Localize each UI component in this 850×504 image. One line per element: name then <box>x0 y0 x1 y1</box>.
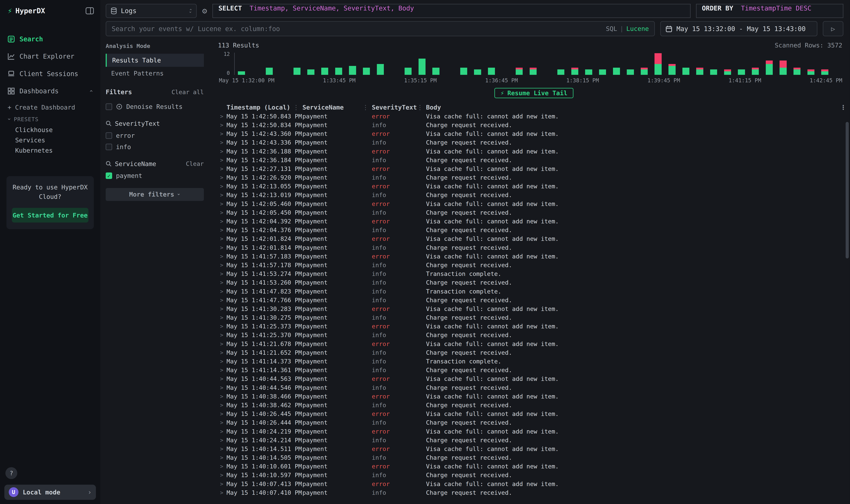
gear-icon[interactable]: ⚙ <box>202 6 207 16</box>
histogram-bar[interactable] <box>738 69 745 75</box>
row-expand-icon[interactable]: > <box>218 139 227 146</box>
row-expand-icon[interactable]: > <box>218 489 227 496</box>
table-row[interactable]: >May 15 1:40:14.511 PMpaymenterrorVisa c… <box>218 445 850 453</box>
local-mode-button[interactable]: U Local mode › <box>4 485 96 500</box>
row-expand-icon[interactable]: > <box>218 306 227 312</box>
table-row[interactable]: >May 15 1:41:25.370 PMpaymentinfoCharge … <box>218 331 850 339</box>
time-range-picker[interactable]: May 15 13:32:00 - May 15 13:43:00 <box>660 21 817 36</box>
table-row[interactable]: >May 15 1:42:01.824 PMpaymenterrorVisa c… <box>218 234 850 243</box>
error-checkbox[interactable] <box>106 132 112 139</box>
table-row[interactable]: >May 15 1:41:57.183 PMpaymenterrorVisa c… <box>218 252 850 261</box>
row-expand-icon[interactable]: > <box>218 393 227 399</box>
row-expand-icon[interactable]: > <box>218 192 227 198</box>
preset-item-clickhouse[interactable]: Clickhouse <box>8 125 93 135</box>
histogram-bar[interactable] <box>821 69 828 75</box>
preset-item-kubernetes[interactable]: Kubernetes <box>8 145 93 156</box>
histogram-bar[interactable] <box>238 71 245 75</box>
row-expand-icon[interactable]: > <box>218 349 227 356</box>
column-header-severitytext[interactable]: SeverityText⋮ <box>372 103 426 112</box>
table-row[interactable]: >May 15 1:40:07.410 PMpaymentinfoCharge … <box>218 488 850 497</box>
histogram-bar[interactable] <box>654 53 662 75</box>
histogram-bar[interactable] <box>668 64 675 75</box>
mode-event-patterns[interactable]: Event Patterns <box>106 67 204 80</box>
table-row[interactable]: >May 15 1:41:21.652 PMpaymentinfoCharge … <box>218 348 850 357</box>
row-expand-icon[interactable]: > <box>218 341 227 347</box>
resume-live-tail-button[interactable]: ⚡ Resume Live Tail <box>494 88 574 98</box>
payment-checkbox[interactable]: ✓ <box>106 173 112 179</box>
create-dashboard-button[interactable]: + Create Dashboard <box>8 101 93 114</box>
table-row[interactable]: >May 15 1:40:24.219 PMpaymenterrorVisa c… <box>218 427 850 436</box>
sidebar-item-client-sessions[interactable]: Client Sessions <box>0 65 100 82</box>
table-row[interactable]: >May 15 1:42:13.019 PMpaymentinfoCharge … <box>218 191 850 199</box>
chevron-up-icon[interactable]: › <box>87 89 94 93</box>
histogram-bar[interactable] <box>766 60 773 75</box>
row-expand-icon[interactable]: > <box>218 323 227 329</box>
histogram-bar[interactable] <box>752 68 759 75</box>
row-expand-icon[interactable]: > <box>218 297 227 303</box>
histogram-bar[interactable] <box>349 66 356 75</box>
row-expand-icon[interactable]: > <box>218 428 227 435</box>
histogram-bar[interactable] <box>460 68 467 75</box>
histogram-bar[interactable] <box>613 68 620 75</box>
row-expand-icon[interactable]: > <box>218 157 227 163</box>
row-expand-icon[interactable]: > <box>218 481 227 487</box>
table-row[interactable]: >May 15 1:41:57.178 PMpaymentinfoCharge … <box>218 261 850 269</box>
table-row[interactable]: >May 15 1:40:10.597 PMpaymentinfoCharge … <box>218 471 850 480</box>
row-expand-icon[interactable]: > <box>218 419 227 426</box>
row-expand-icon[interactable]: > <box>218 454 227 461</box>
column-resize-handle[interactable]: ⋮ <box>293 104 299 111</box>
table-row[interactable]: >May 15 1:40:10.601 PMpaymenterrorVisa c… <box>218 462 850 471</box>
row-expand-icon[interactable]: > <box>218 227 227 233</box>
table-row[interactable]: >May 15 1:40:38.462 PMpaymentinfoCharge … <box>218 401 850 410</box>
column-header-body[interactable]: Body <box>426 103 840 112</box>
histogram-bar[interactable] <box>404 68 412 75</box>
histogram-bar[interactable] <box>488 68 495 75</box>
histogram-bar[interactable] <box>557 69 564 75</box>
filter-option-payment[interactable]: ✓ payment <box>106 170 204 181</box>
row-expand-icon[interactable]: > <box>218 280 227 286</box>
row-expand-icon[interactable]: > <box>218 210 227 216</box>
row-expand-icon[interactable]: > <box>218 131 227 137</box>
mode-results-table[interactable]: Results Table <box>106 54 204 67</box>
table-row[interactable]: >May 15 1:40:44.563 PMpaymenterrorVisa c… <box>218 374 850 383</box>
run-query-button[interactable]: ▷ <box>823 21 843 36</box>
table-row[interactable]: >May 15 1:40:38.466 PMpaymenterrorVisa c… <box>218 392 850 401</box>
histogram-bar[interactable] <box>599 69 606 75</box>
table-row[interactable]: >May 15 1:40:07.413 PMpaymenterrorVisa c… <box>218 480 850 488</box>
row-expand-icon[interactable]: > <box>218 358 227 364</box>
histogram-bar[interactable] <box>335 68 342 75</box>
search-input[interactable] <box>112 25 606 33</box>
histogram-bar[interactable] <box>293 68 301 75</box>
sidebar-item-search[interactable]: Search <box>0 30 100 48</box>
table-row[interactable]: >May 15 1:41:21.678 PMpaymenterrorVisa c… <box>218 340 850 348</box>
row-expand-icon[interactable]: > <box>218 174 227 181</box>
table-menu-icon[interactable]: ⋮ <box>840 103 850 112</box>
table-row[interactable]: >May 15 1:41:25.373 PMpaymenterrorVisa c… <box>218 322 850 331</box>
filter-option-error[interactable]: error <box>106 130 204 141</box>
table-row[interactable]: >May 15 1:41:14.361 PMpaymentinfoCharge … <box>218 366 850 374</box>
row-expand-icon[interactable]: > <box>218 411 227 417</box>
clear-all-filters-button[interactable]: Clear all <box>171 89 204 95</box>
histogram-bar[interactable] <box>710 69 717 75</box>
row-expand-icon[interactable]: > <box>218 472 227 478</box>
mode-sql-button[interactable]: SQL <box>606 25 617 32</box>
table-row[interactable]: >May 15 1:42:26.920 PMpaymentinfoCharge … <box>218 173 850 182</box>
filter-option-info[interactable]: info <box>106 141 204 152</box>
histogram-bar[interactable] <box>321 68 328 75</box>
histogram-bar[interactable] <box>377 64 384 75</box>
sidebar-collapse-icon[interactable] <box>86 7 94 14</box>
table-row[interactable]: >May 15 1:41:47.823 PMpaymentinfoTransac… <box>218 287 850 295</box>
clear-servicename-button[interactable]: Clear <box>186 160 204 167</box>
get-started-button[interactable]: Get Started for Free <box>12 208 88 223</box>
denoise-results-checkbox-row[interactable]: Denoise Results <box>106 101 204 112</box>
table-row[interactable]: >May 15 1:40:26.444 PMpaymentinfoCharge … <box>218 418 850 427</box>
histogram-bar[interactable] <box>627 69 634 75</box>
row-expand-icon[interactable]: > <box>218 201 227 207</box>
row-expand-icon[interactable]: > <box>218 271 227 277</box>
histogram-bar[interactable] <box>571 68 578 75</box>
table-row[interactable]: >May 15 1:40:24.214 PMpaymentinfoCharge … <box>218 436 850 445</box>
table-row[interactable]: >May 15 1:41:30.275 PMpaymentinfoCharge … <box>218 313 850 322</box>
sql-select-input[interactable]: SELECT Timestamp, ServiceName, SeverityT… <box>212 4 690 18</box>
histogram-bar[interactable] <box>696 68 703 75</box>
histogram-bar[interactable] <box>724 69 731 75</box>
